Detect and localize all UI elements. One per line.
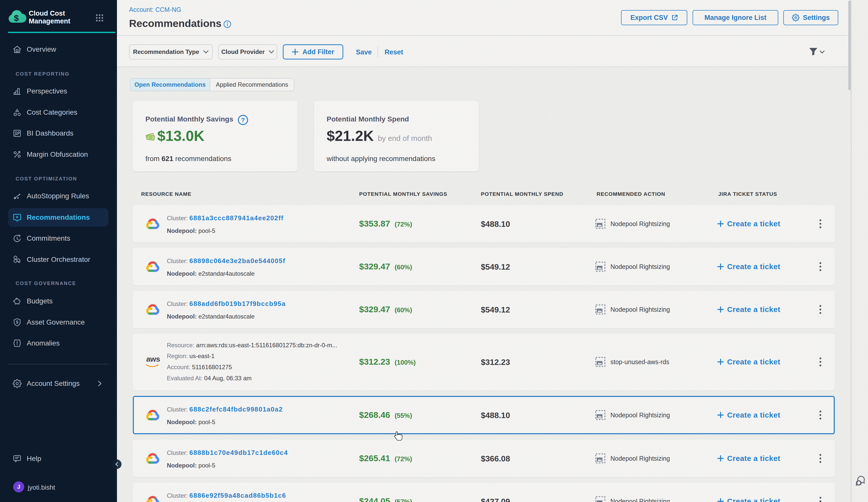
svg-text:?: ? — [241, 117, 245, 124]
svg-text:$: $ — [14, 13, 19, 23]
svg-text:$: $ — [16, 320, 18, 325]
